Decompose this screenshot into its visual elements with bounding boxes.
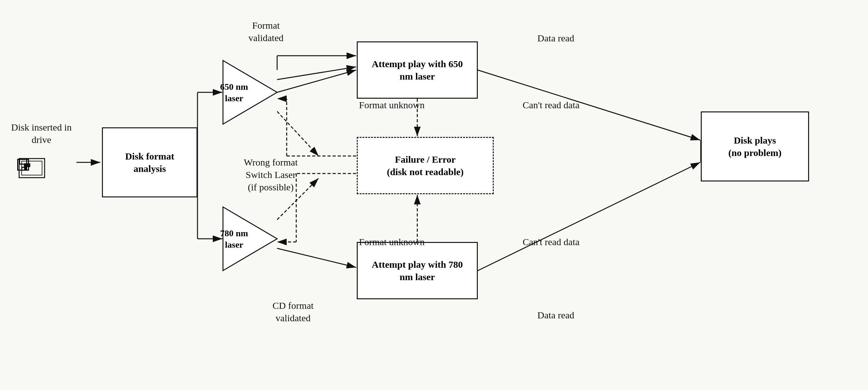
svg-marker-7	[223, 61, 277, 124]
svg-text:780 nm: 780 nm	[220, 228, 248, 238]
disk-format-box: Disk formatanalysis	[102, 127, 197, 197]
format-validated-top-label: Formatvalidated	[226, 19, 306, 44]
attempt-780-box: Attempt play with 780nm laser	[357, 242, 478, 299]
svg-text:laser: laser	[225, 240, 243, 250]
svg-text:650 nm: 650 nm	[220, 82, 248, 92]
cant-read-bottom-label: Can't read data	[503, 236, 599, 248]
data-read-top-label: Data read	[516, 32, 596, 44]
svg-marker-14	[223, 207, 277, 271]
svg-line-20	[277, 67, 356, 79]
attempt-650-box: Attempt play with 650nm laser	[357, 41, 478, 99]
failure-box: Failure / Error(disk not readable)	[357, 137, 494, 194]
disk-plays-box: Disk plays(no problem)	[701, 111, 809, 182]
svg-text:laser: laser	[225, 93, 243, 103]
format-unknown-top-label: Format unknown	[344, 99, 440, 111]
disk-icon: 🖫	[15, 156, 31, 174]
svg-line-27	[478, 162, 700, 271]
format-unknown-bottom-label: Format unknown	[344, 236, 440, 248]
data-read-bottom-label: Data read	[516, 309, 596, 321]
wrong-format-label: Wrong formatSwitch Laser(if possible)	[220, 156, 322, 193]
cant-read-top-label: Can't read data	[503, 99, 599, 111]
svg-line-26	[277, 248, 356, 267]
svg-line-19	[277, 70, 356, 92]
svg-line-32	[277, 111, 318, 156]
cd-format-validated-label: CD formatvalidated	[242, 299, 344, 324]
disk-inserted-label: Disk inserted indrive	[9, 121, 73, 146]
diagram: { "title": "Disk Reading Flowchart", "no…	[0, 0, 868, 390]
